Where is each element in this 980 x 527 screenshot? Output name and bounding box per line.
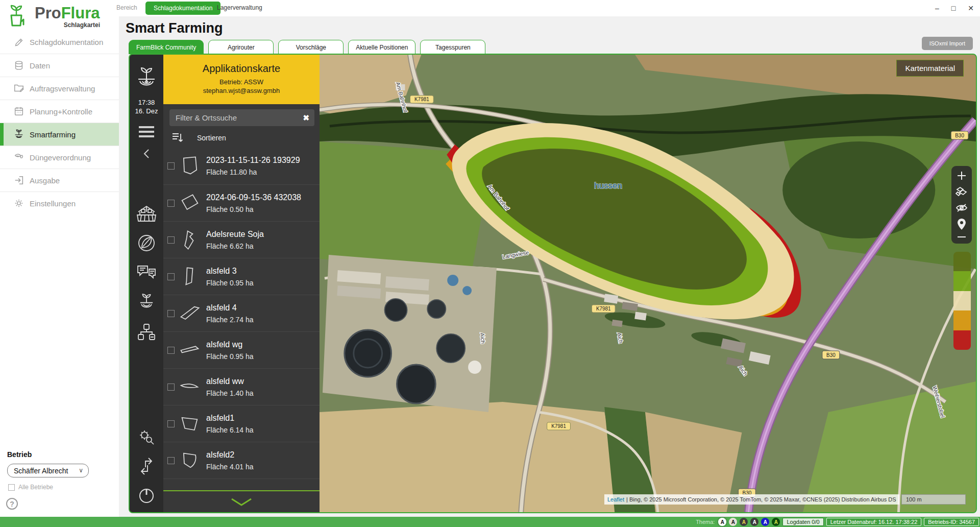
treatment-plant (323, 255, 497, 412)
vertical-toolbar: 17:38 16. Dez (130, 55, 163, 512)
road-badge-k7981: K7981 (547, 422, 571, 430)
field-row[interactable]: alsfeld wwFläche 1.40 ha (163, 368, 320, 405)
sidebar-item-ausgabe[interactable]: Ausgabe (0, 169, 119, 191)
settings-search-icon[interactable] (138, 428, 155, 446)
betrieb-select[interactable]: Schäffer Albrecht ∨ (7, 464, 89, 477)
tab-agrirouter[interactable]: Agrirouter (208, 40, 274, 54)
sidebar-item-einstellungen[interactable]: Einstellungen (0, 191, 119, 214)
field-row[interactable]: Adelsreute SojaFläche 6.62 ha (163, 221, 320, 258)
field-name: 2023-11-15-11-26 193929 (206, 156, 300, 165)
maximize-button[interactable]: □ (951, 4, 955, 12)
field-row[interactable]: alsfeld wgFläche 0.95 ha (163, 331, 320, 368)
sync-arrows-icon[interactable] (138, 457, 155, 475)
datenabruf-status[interactable]: Letzer Datenabruf: 16.12. 17:38:22 (826, 518, 922, 526)
menu-icon[interactable] (139, 126, 154, 137)
field-checkbox[interactable] (167, 384, 175, 391)
sidebar-item-planung-kontrolle[interactable]: Planung+Kontrolle (0, 100, 119, 123)
top-tab-schlagdokumentation[interactable]: Schlagdokumentation (145, 2, 220, 15)
map-attribution: Leaflet | Bing, © 2025 Microsoft Corpora… (604, 494, 899, 505)
field-row[interactable]: alsfeld1Fläche 6.14 ha (163, 405, 320, 442)
network-icon[interactable] (137, 323, 156, 341)
logo-wordmark: ProFlura (35, 4, 100, 22)
theme-swatch[interactable]: A (718, 518, 726, 526)
field-checkbox[interactable] (167, 310, 175, 317)
sidebar-item-auftragsverwaltung[interactable]: Auftragsverwaltung (0, 77, 119, 100)
field-area: Fläche 1.40 ha (206, 389, 254, 397)
field-polygon-icon (179, 302, 201, 325)
visibility-eye-icon[interactable] (955, 203, 968, 212)
theme-swatch[interactable]: A (750, 518, 758, 526)
clear-filter-icon[interactable]: ✖ (303, 113, 309, 123)
field-row[interactable]: alsfeld 3Fläche 0.95 ha (163, 258, 320, 295)
theme-swatch[interactable]: A (772, 518, 780, 526)
field-checkbox[interactable] (167, 457, 175, 464)
leaflet-link[interactable]: Leaflet (607, 496, 624, 502)
leaf-icon[interactable] (137, 233, 156, 253)
isoxml-import-button[interactable]: ISOxml Import (922, 37, 973, 50)
field-checkbox[interactable] (167, 200, 175, 207)
close-button[interactable]: ✕ (968, 4, 974, 12)
field-name: Adelsreute Soja (206, 230, 264, 239)
field-row[interactable]: alsfeld 4Fläche 2.74 ha (163, 295, 320, 331)
zoom-in-icon[interactable] (957, 171, 966, 180)
top-tab-bereich[interactable]: Bereich (116, 4, 137, 11)
field-row[interactable]: feuer (163, 478, 320, 490)
betriebs-id-status[interactable]: Betriebs-ID: 34567 (924, 518, 979, 526)
tab-vorschlaege[interactable]: Vorschläge (278, 40, 344, 54)
sort-icon[interactable] (172, 132, 184, 143)
field-row[interactable]: alsfeld2Fläche 4.01 ha (163, 442, 320, 478)
collapse-chevron-icon[interactable] (142, 149, 151, 159)
sidebar-item-smartfarming[interactable]: Smartfarming (0, 123, 119, 146)
database-icon (13, 60, 24, 71)
top-tab-lagerverwaltung[interactable]: Lagerverwaltung (217, 4, 262, 11)
calendar-icon (13, 106, 24, 117)
layers-icon[interactable] (955, 186, 968, 197)
kartenmaterial-button[interactable]: Kartenmaterial (896, 60, 964, 77)
field-list-pane: Applikationskarte Betrieb: ASSW stephan.… (163, 55, 320, 512)
tab-aktuelle-positionen[interactable]: Aktuelle Positionen (348, 40, 415, 54)
map-canvas[interactable]: Am Bahnhof Am Bahnhof Langwiese Aich Aic… (320, 55, 976, 512)
minimize-button[interactable]: – (935, 4, 939, 12)
alle-betriebe-checkbox[interactable] (8, 484, 15, 491)
sidebar-item-schlagdokumentation[interactable]: Schlagdokumentation (0, 31, 119, 54)
map-controls (951, 166, 972, 244)
sort-label[interactable]: Sortieren (197, 134, 226, 142)
chat-icon[interactable] (136, 264, 157, 281)
expand-list-button[interactable] (163, 490, 320, 512)
help-button[interactable]: ? (6, 498, 18, 510)
sidebar-item-label: Planung+Kontrolle (30, 107, 92, 116)
theme-swatch[interactable]: A (740, 518, 748, 526)
pencil-icon (13, 37, 24, 48)
svg-text:K7981: K7981 (596, 306, 611, 312)
field-checkbox[interactable] (167, 273, 175, 280)
plant-icon[interactable] (137, 293, 156, 312)
logdaten-button[interactable]: Logdaten 0/0 (782, 518, 823, 526)
field-checkbox[interactable] (167, 162, 175, 170)
zoom-out-icon[interactable] (957, 235, 966, 238)
farm-icon[interactable] (136, 204, 157, 222)
legend-swatch (953, 291, 971, 310)
field-checkbox[interactable] (167, 236, 175, 244)
email-line: stephan.wjst@assw.gmbh (163, 87, 320, 94)
power-icon[interactable] (138, 487, 155, 504)
field-polygon-icon (179, 449, 201, 472)
tab-tagesspuren[interactable]: Tagesspuren (420, 40, 485, 54)
field-polygon-icon (179, 155, 201, 177)
filter-search-input[interactable] (169, 109, 314, 126)
field-row[interactable]: 2023-11-15-11-26 193929Fläche 11.80 ha (163, 148, 320, 184)
tab-farmblick-community[interactable]: FarmBlick Community (129, 40, 204, 54)
application-map-legend (953, 252, 971, 350)
sidebar-item-daten[interactable]: Daten (0, 54, 119, 77)
sidebar-item-duengeverordnung[interactable]: Düngeverordnung (0, 146, 119, 169)
theme-swatch[interactable]: A (729, 518, 737, 526)
svg-text:B30: B30 (955, 133, 964, 138)
field-checkbox[interactable] (167, 347, 175, 354)
field-row[interactable]: 2024-06-09-15-36 432038Fläche 0.50 ha (163, 184, 320, 221)
location-pin-icon[interactable] (958, 219, 966, 230)
field-checkbox[interactable] (167, 420, 175, 427)
logo-pro: Pro (35, 4, 61, 22)
legend-swatch (953, 310, 971, 330)
field-area: Fläche 6.14 ha (206, 426, 254, 434)
theme-swatch[interactable]: A (761, 518, 769, 526)
field-polygon-icon (179, 266, 201, 288)
